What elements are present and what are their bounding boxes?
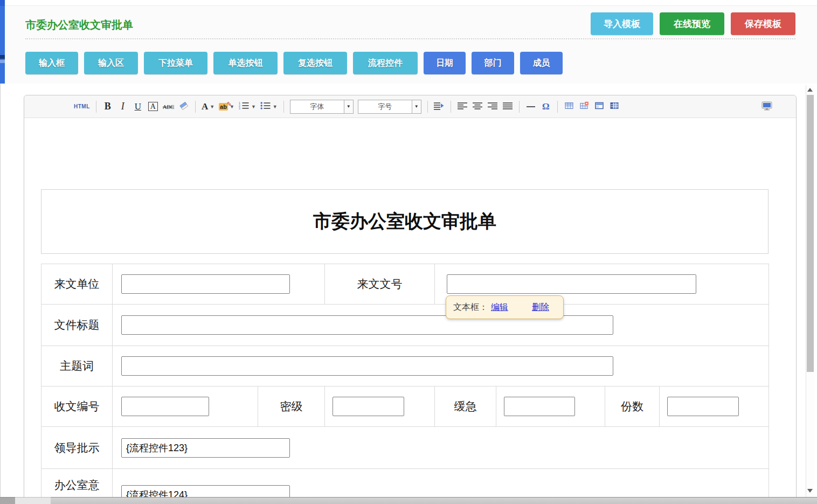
horizontal-rule-button[interactable] — [524, 99, 537, 114]
font-family-label: 字体 — [290, 100, 344, 113]
control-member[interactable]: 成员 — [520, 52, 563, 74]
form-label-keywords: 主题词 — [41, 346, 113, 386]
insert-table-icon — [565, 101, 573, 112]
merge-cells-button[interactable] — [608, 99, 621, 114]
html-source-button[interactable]: HTML — [73, 99, 91, 114]
doc-number-input[interactable] — [447, 274, 696, 294]
indent-button[interactable] — [433, 99, 446, 114]
control-date[interactable]: 日期 — [424, 52, 466, 74]
eraser-button[interactable] — [177, 99, 190, 114]
form-label-receipt-number: 收文编号 — [41, 386, 113, 427]
align-justify-icon — [503, 102, 513, 111]
font-color-icon: A — [202, 101, 208, 112]
leader-remarks-input[interactable] — [121, 438, 290, 458]
control-flow-widget[interactable]: 流程控件 — [353, 52, 418, 74]
keywords-input[interactable] — [121, 356, 613, 376]
window-bottom-edge — [0, 497, 817, 504]
chevron-down-icon: ▼ — [273, 104, 278, 109]
unordered-list-button[interactable]: ▼ — [259, 99, 279, 114]
edit-widget-link[interactable]: 编辑 — [491, 302, 508, 313]
table-row: 来文单位 来文文号 — [41, 264, 769, 305]
toolbar-divider — [451, 101, 451, 113]
table-row: 领导批示 — [41, 427, 769, 469]
editor-document[interactable]: 市委办公室收文审批单 来文单位 来文文号 文件标题 主 — [24, 118, 796, 504]
form-label-doc-title: 文件标题 — [41, 305, 113, 346]
form-label-doc-number: 来文文号 — [325, 264, 435, 305]
font-family-select[interactable]: 字体 ▼ — [290, 100, 354, 114]
control-checkbox[interactable]: 复选按钮 — [283, 52, 347, 74]
align-right-button[interactable] — [486, 99, 499, 114]
align-left-button[interactable] — [456, 99, 469, 114]
scrollbar-down-arrow-icon[interactable] — [807, 489, 813, 493]
app-window: 市委办公室收文审批单 导入模板 在线预览 保存模板 输入框 输入区 下拉菜单 单… — [0, 0, 817, 504]
widget-tooltip-label: 文本框： — [453, 302, 488, 313]
fullscreen-button[interactable] — [760, 99, 773, 114]
dotted-divider — [25, 38, 795, 39]
chevron-down-icon: ▼ — [210, 104, 214, 109]
window-bottom-segment — [15, 497, 51, 504]
urgency-input[interactable] — [504, 397, 575, 416]
window-bottom-corner — [0, 497, 15, 504]
control-input-area[interactable]: 输入区 — [84, 52, 138, 74]
window-left-border — [0, 84, 1, 497]
html-source-icon: HTML — [74, 103, 90, 109]
control-input-box[interactable]: 输入框 — [25, 52, 78, 74]
toolbar-divider — [557, 101, 558, 113]
import-template-button[interactable]: 导入模板 — [591, 12, 653, 35]
italic-button[interactable]: I — [116, 99, 129, 114]
form-label-urgency: 缓急 — [435, 386, 496, 427]
boxed-a-button[interactable]: A — [147, 99, 160, 114]
table-row: 收文编号 密级 缓急 份数 — [41, 386, 769, 427]
special-char-button[interactable]: Ω — [539, 99, 552, 114]
bold-button[interactable]: B — [101, 99, 114, 114]
align-justify-button[interactable] — [501, 99, 514, 114]
ordered-list-button[interactable]: 123 ▼ — [238, 99, 257, 114]
toolbar-divider — [519, 101, 520, 113]
control-department[interactable]: 部门 — [472, 52, 514, 74]
toolbar-divider — [96, 101, 96, 113]
italic-icon: I — [121, 101, 124, 112]
align-center-button[interactable] — [471, 99, 484, 114]
receipt-number-input[interactable] — [121, 397, 209, 416]
source-unit-input[interactable] — [121, 274, 290, 294]
copies-input[interactable] — [667, 397, 739, 416]
boxed-a-icon: A — [148, 102, 158, 111]
font-size-label: 字号 — [358, 100, 412, 113]
page-title: 市委办公室收文审批单 — [25, 18, 133, 32]
bold-icon: B — [105, 101, 111, 112]
chevron-down-icon: ▼ — [344, 100, 353, 113]
indent-icon — [434, 101, 444, 112]
font-size-select[interactable]: 字号 ▼ — [358, 100, 421, 114]
secrecy-input[interactable] — [333, 397, 404, 416]
control-dropdown[interactable]: 下拉菜单 — [144, 52, 207, 74]
unordered-list-icon — [260, 101, 271, 112]
align-right-icon — [488, 102, 497, 111]
left-edge-mark — [0, 55, 5, 59]
highlight-color-button[interactable]: ab✎▼ — [218, 99, 236, 114]
toolbar-divider — [427, 101, 428, 113]
delete-table-button[interactable] — [578, 99, 591, 114]
scrollbar-thumb[interactable] — [807, 95, 814, 372]
table-properties-button[interactable] — [593, 99, 606, 114]
delete-widget-link[interactable]: 删除 — [532, 302, 549, 313]
ordered-list-icon: 123 — [239, 101, 250, 112]
widget-tooltip: 文本框： 编辑 删除 — [446, 295, 564, 319]
merge-cells-icon — [610, 101, 619, 112]
save-template-button[interactable]: 保存模板 — [731, 12, 795, 35]
control-radio[interactable]: 单选按钮 — [213, 52, 278, 74]
strikethrough-button[interactable]: ABC — [162, 99, 175, 114]
scrollbar-up-arrow-icon[interactable] — [807, 88, 813, 92]
toolbar-divider — [195, 101, 196, 113]
align-center-icon — [473, 102, 482, 111]
underline-button[interactable]: U — [131, 99, 144, 114]
editor-toolbar: HTML B I U A ABC A▼ ab✎▼ 123 ▼ ▼ 字体 — [24, 95, 796, 118]
approval-form-table: 来文单位 来文文号 文件标题 主题词 收文编号 密级 — [41, 264, 769, 504]
table-row: 主题词 — [41, 346, 769, 386]
horizontal-rule-icon — [527, 106, 535, 107]
vertical-scrollbar[interactable] — [806, 85, 814, 497]
online-preview-button[interactable]: 在线预览 — [660, 12, 724, 35]
insert-table-button[interactable] — [563, 99, 576, 114]
highlight-icon: ab✎ — [219, 103, 228, 111]
form-label-secrecy: 密级 — [258, 386, 325, 427]
font-color-button[interactable]: A▼ — [200, 99, 216, 114]
